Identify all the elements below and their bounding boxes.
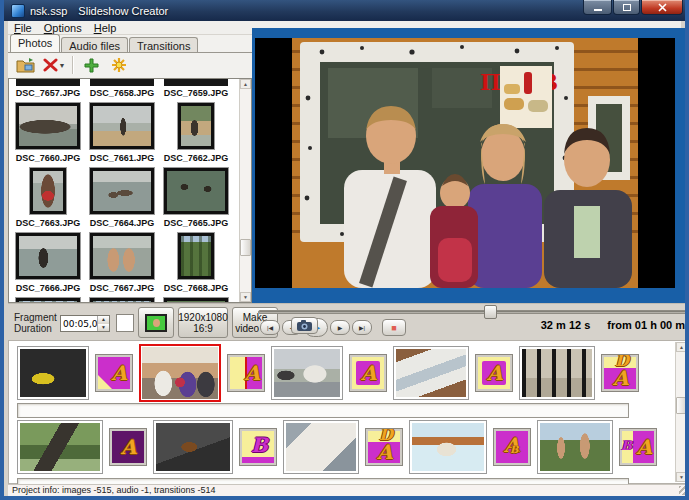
app-icon bbox=[11, 4, 25, 18]
scroll-up-icon[interactable]: ▲ bbox=[676, 342, 687, 352]
seek-slider[interactable] bbox=[258, 307, 689, 315]
timeline-clip-torn-paper[interactable] bbox=[393, 346, 469, 400]
timeline-clip-train[interactable] bbox=[17, 346, 89, 400]
remove-dropdown-caret[interactable]: ▼ bbox=[59, 62, 66, 69]
thumb-sliver-row bbox=[11, 79, 235, 87]
scroll-down-icon[interactable]: ▼ bbox=[676, 472, 687, 482]
menu-options[interactable]: Options bbox=[38, 22, 88, 34]
photo-thumb-partial[interactable] bbox=[164, 79, 228, 86]
tab-transitions[interactable]: Transitions bbox=[129, 37, 198, 52]
photo-label: DSC_7659.JPG bbox=[159, 87, 233, 99]
skip-to-start-button[interactable]: |◀ bbox=[260, 320, 280, 335]
preview-panel: ПЛОВ bbox=[252, 28, 689, 303]
remove-photo-icon bbox=[43, 58, 58, 72]
tab-audio-files[interactable]: Audio files bbox=[61, 37, 128, 52]
tab-photos[interactable]: Photos bbox=[10, 34, 60, 52]
timeline-clip-dark-logo[interactable] bbox=[153, 420, 233, 474]
timeline-clip-field[interactable] bbox=[537, 420, 613, 474]
fragment-duration-spinbox[interactable]: ▲ ▼ bbox=[60, 315, 110, 332]
timeline-clip-animal-cage[interactable] bbox=[519, 346, 595, 400]
photo-label: DSC_7665.JPG bbox=[159, 217, 233, 229]
transition-tile[interactable]: B A bbox=[619, 428, 657, 466]
photos-toolbar: ▼ bbox=[8, 53, 252, 77]
photo-list-scrollbar[interactable]: ▲ ▼ bbox=[239, 79, 251, 302]
timeline-clip-bench[interactable] bbox=[17, 420, 103, 474]
photo-label: DSC_7658.JPG bbox=[85, 87, 159, 99]
photo-label: DSC_7666.JPG bbox=[11, 282, 85, 294]
tab-strip: Photos Audio files Transitions bbox=[8, 35, 252, 53]
timeline-row-2: A B D A A B B A bbox=[17, 418, 663, 476]
transition-tile[interactable]: A bbox=[109, 428, 147, 466]
option-checkbox[interactable] bbox=[116, 314, 134, 332]
remove-photo-button[interactable]: ▼ bbox=[42, 55, 66, 75]
green-preview-icon bbox=[145, 314, 167, 332]
photo-thumb-lake[interactable] bbox=[16, 233, 80, 279]
transport-controls: |◀ ◀ ▶ ▶ ▶| ■ bbox=[260, 318, 408, 337]
transition-tile[interactable]: D A bbox=[365, 428, 403, 466]
transition-tile[interactable]: A bbox=[227, 354, 265, 392]
transition-tile[interactable]: A bbox=[95, 354, 133, 392]
spinner-arrows[interactable]: ▲ ▼ bbox=[97, 316, 109, 331]
resize-grip[interactable] bbox=[679, 486, 688, 495]
photo-label: DSC_7667.JPG bbox=[85, 282, 159, 294]
app-window: nsk.ssp Slideshow Creator File Options H… bbox=[0, 0, 689, 500]
photo-thumb-partial[interactable] bbox=[90, 79, 154, 86]
photo-thumb-swimmers[interactable] bbox=[90, 168, 154, 214]
effects-button[interactable] bbox=[107, 55, 131, 75]
menu-file[interactable]: File bbox=[8, 22, 38, 34]
transition-tile[interactable]: D A bbox=[601, 354, 639, 392]
close-button[interactable] bbox=[641, 0, 683, 15]
seek-track[interactable] bbox=[258, 310, 689, 314]
elapsed-time: 32 m 12 s bbox=[541, 319, 591, 331]
spin-up-icon[interactable]: ▲ bbox=[98, 316, 109, 324]
resolution-button[interactable]: 1920x1080 16:9 bbox=[178, 307, 228, 338]
menu-help[interactable]: Help bbox=[88, 22, 123, 34]
scroll-thumb[interactable] bbox=[240, 239, 251, 256]
transition-tile[interactable]: B bbox=[239, 428, 277, 466]
photo-label: DSC_7663.JPG bbox=[11, 217, 85, 229]
snapshot-button[interactable] bbox=[291, 317, 318, 334]
timeline-row-1: A A A A D A bbox=[17, 344, 645, 402]
spin-down-icon[interactable]: ▼ bbox=[98, 324, 109, 332]
scroll-thumb[interactable] bbox=[676, 397, 687, 414]
next-button[interactable]: ▶ bbox=[330, 320, 350, 335]
add-photos-folder-icon bbox=[16, 57, 36, 74]
photo-label: DSC_7661.JPG bbox=[85, 152, 159, 164]
timeline-clip-torn-white[interactable] bbox=[283, 420, 359, 474]
photo-thumb-beach[interactable] bbox=[90, 103, 154, 149]
title-bar: nsk.ssp Slideshow Creator bbox=[4, 0, 685, 21]
timeline-clip-family-selected[interactable] bbox=[139, 344, 221, 402]
timeline-scrollbar[interactable]: ▲ ▼ bbox=[675, 342, 687, 482]
photo-thumb-dark-water[interactable] bbox=[164, 168, 228, 214]
photo-label: DSC_7668.JPG bbox=[159, 282, 233, 294]
maximize-button[interactable] bbox=[613, 0, 640, 15]
photo-thumb-river-barge[interactable] bbox=[16, 103, 80, 149]
fragment-duration-label: Fragment Duration bbox=[14, 312, 57, 334]
photo-thumb-partial[interactable] bbox=[16, 79, 80, 86]
fragment-duration-input[interactable] bbox=[61, 316, 97, 331]
seek-thumb[interactable] bbox=[484, 305, 497, 319]
skip-to-end-button[interactable]: ▶| bbox=[352, 320, 372, 335]
time-info: 32 m 12 s from 01 h 00 m bbox=[541, 319, 685, 331]
photo-list: DSC_7657.JPG DSC_7658.JPG DSC_7659.JPG D… bbox=[8, 78, 252, 303]
scroll-down-icon[interactable]: ▼ bbox=[240, 292, 251, 302]
transition-tile[interactable]: A bbox=[475, 354, 513, 392]
add-photos-button[interactable] bbox=[14, 55, 38, 75]
add-item-button[interactable] bbox=[79, 55, 103, 75]
photo-thumb-beach-portrait[interactable] bbox=[178, 103, 214, 149]
left-panel: Photos Audio files Transitions ▼ bbox=[8, 35, 252, 303]
scroll-up-icon[interactable]: ▲ bbox=[240, 79, 251, 89]
photo-thumb-forest-portrait[interactable] bbox=[178, 233, 214, 279]
stop-button[interactable]: ■ bbox=[382, 319, 406, 336]
bottom-control-strip: Fragment Duration ▲ ▼ 1920x1080 16:9 Mak… bbox=[8, 303, 689, 340]
preview-letterbox: ПЛОВ bbox=[255, 38, 675, 288]
timeline-clip-polar-bear[interactable] bbox=[409, 420, 487, 474]
photo-thumb-red-shorts[interactable] bbox=[30, 168, 66, 214]
timeline-clip-street[interactable] bbox=[271, 346, 343, 400]
audio-track-lane bbox=[17, 403, 629, 418]
photo-thumb-two-men[interactable] bbox=[90, 233, 154, 279]
transition-tile[interactable]: A B bbox=[493, 428, 531, 466]
minimize-button[interactable] bbox=[583, 0, 612, 15]
fragment-preview-button[interactable] bbox=[138, 307, 174, 338]
transition-tile[interactable]: A bbox=[349, 354, 387, 392]
